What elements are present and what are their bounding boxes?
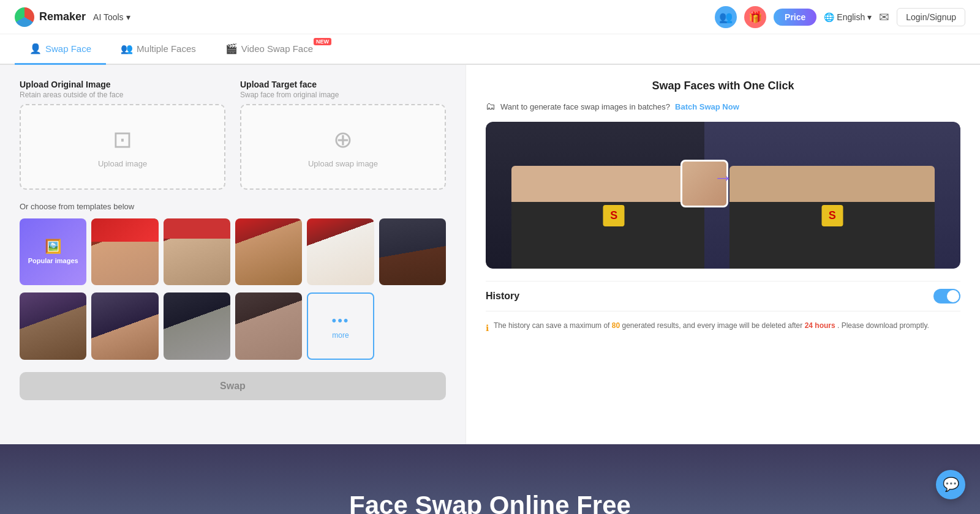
- template-item-4[interactable]: [307, 218, 374, 285]
- chat-bubble-button[interactable]: 💬: [936, 470, 965, 499]
- chevron-lang-icon: ▾: [867, 12, 872, 22]
- template-grid: 🖼️ Popular images: [20, 218, 446, 285]
- stack-icon: 🗂: [486, 101, 496, 112]
- gift-icon-button[interactable]: 🎁: [744, 6, 766, 28]
- upload-original-text: Upload image: [98, 159, 147, 168]
- price-button[interactable]: Price: [774, 9, 816, 26]
- swap-face-tab-icon: 👤: [29, 43, 42, 54]
- hat-1: [91, 218, 158, 242]
- template-item-3[interactable]: [235, 218, 302, 285]
- tabs-bar: 👤 Swap Face 👥 Multiple Faces 🎬 Video Swa…: [0, 34, 980, 65]
- s-logo-before: S: [603, 205, 625, 226]
- multiple-faces-tab-icon: 👥: [121, 43, 133, 54]
- swap-button[interactable]: Swap: [20, 372, 446, 400]
- tab-video-swap-face[interactable]: 🎬 Video Swap Face NEW: [211, 34, 335, 65]
- upload-row: Upload Original Image Retain areas outsi…: [20, 80, 446, 190]
- logo-text: Remaker: [39, 10, 86, 23]
- target-upload-sub: Swap face from original image: [240, 91, 446, 99]
- or-choose-text: Or choose from templates below: [20, 202, 446, 211]
- history-info-text: The history can save a maximum of 80 gen…: [494, 320, 929, 332]
- footer-title: Face Swap Online Free: [349, 491, 631, 514]
- upload-target-text: Upload swap image: [308, 159, 378, 168]
- upload-target-icon: ⊕: [333, 126, 353, 153]
- left-panel: Upload Original Image Retain areas outsi…: [0, 65, 466, 444]
- history-hours: 24 hours: [805, 321, 835, 330]
- ai-tools-label: AI Tools: [93, 12, 124, 22]
- tab-swap-face[interactable]: 👤 Swap Face: [15, 34, 106, 65]
- template-item-1[interactable]: [91, 218, 158, 285]
- after-image: S: [704, 122, 961, 269]
- more-dots-icon: •••: [331, 313, 349, 329]
- history-info-mid: generated results, and every image will …: [622, 321, 802, 330]
- nav-right: 👥 🎁 Price 🌐 English ▾ ✉ Login/Signup: [715, 6, 965, 28]
- upload-original-icon: ⊡: [113, 126, 132, 153]
- template-item-6[interactable]: [20, 292, 86, 359]
- popular-icon: 🖼️: [45, 239, 61, 255]
- original-upload-wrap: Upload Original Image Retain areas outsi…: [20, 80, 225, 190]
- history-max: 80: [612, 321, 620, 330]
- target-upload-wrap: Upload Target face Swap face from origin…: [240, 80, 446, 190]
- lang-label: English: [837, 12, 865, 22]
- original-upload-label: Upload Original Image: [20, 80, 225, 89]
- hat-2: [164, 218, 230, 239]
- swap-face-tab-label: Swap Face: [45, 43, 91, 54]
- nav-left: Remaker AI Tools ▾: [15, 7, 130, 27]
- chevron-down-icon: ▾: [126, 12, 130, 22]
- login-button[interactable]: Login/Signup: [897, 8, 965, 26]
- original-upload-sub: Retain areas outside of the face: [20, 91, 225, 99]
- multiple-faces-tab-label: Multiple Faces: [137, 43, 196, 54]
- right-title: Swap Faces with One Click: [486, 80, 960, 92]
- right-panel: Swap Faces with One Click 🗂 Want to gene…: [466, 65, 980, 444]
- mail-button[interactable]: ✉: [879, 10, 889, 24]
- toggle-knob: [947, 290, 959, 302]
- logo[interactable]: Remaker: [15, 7, 86, 27]
- more-label: more: [332, 331, 349, 340]
- video-tab-label: Video Swap Face: [241, 43, 313, 54]
- batch-row: 🗂 Want to generate face swap images in b…: [486, 101, 960, 112]
- popular-images-item[interactable]: 🖼️ Popular images: [20, 218, 86, 285]
- batch-swap-link[interactable]: Batch Swap Now: [675, 102, 739, 111]
- history-info: ℹ The history can save a maximum of 80 g…: [486, 320, 960, 335]
- more-templates-button[interactable]: ••• more: [307, 292, 374, 359]
- template-item-7[interactable]: [91, 292, 158, 359]
- arrow-icon: →: [714, 166, 733, 189]
- s-logo-after: S: [821, 205, 843, 226]
- new-badge: NEW: [314, 38, 331, 45]
- language-button[interactable]: 🌐 English ▾: [824, 12, 872, 22]
- history-toggle[interactable]: [933, 289, 960, 304]
- template-item-2[interactable]: [164, 218, 230, 285]
- info-icon: ℹ: [486, 321, 489, 335]
- template-item-8[interactable]: [164, 292, 230, 359]
- history-label: History: [486, 291, 519, 302]
- ai-tools-button[interactable]: AI Tools ▾: [93, 12, 130, 22]
- template-item-9[interactable]: [235, 292, 302, 359]
- history-info-end: . Please download promptly.: [837, 321, 929, 330]
- history-info-pre: The history can save a maximum of: [494, 321, 609, 330]
- users-icon-button[interactable]: 👥: [715, 6, 737, 28]
- original-upload-box[interactable]: ⊡ Upload image: [20, 104, 225, 190]
- footer-section: Face Swap Online Free: [0, 444, 980, 514]
- video-tab-icon: 🎬: [225, 43, 238, 54]
- template-item-5[interactable]: [379, 218, 446, 285]
- main-layout: Upload Original Image Retain areas outsi…: [0, 65, 980, 444]
- target-upload-label: Upload Target face: [240, 80, 446, 89]
- batch-text: Want to generate face swap images in bat…: [500, 102, 670, 111]
- globe-icon: 🌐: [824, 12, 834, 22]
- navbar: Remaker AI Tools ▾ 👥 🎁 Price 🌐 English ▾…: [0, 0, 980, 34]
- history-row: History: [486, 281, 960, 311]
- demo-area: S S →: [486, 122, 960, 269]
- popular-label: Popular images: [28, 257, 78, 265]
- after-superman-body: S: [729, 166, 935, 269]
- tab-multiple-faces[interactable]: 👥 Multiple Faces: [106, 34, 211, 65]
- template-grid-row2: ••• more: [20, 292, 446, 359]
- logo-icon: [15, 7, 34, 27]
- target-upload-box[interactable]: ⊕ Upload swap image: [240, 104, 446, 190]
